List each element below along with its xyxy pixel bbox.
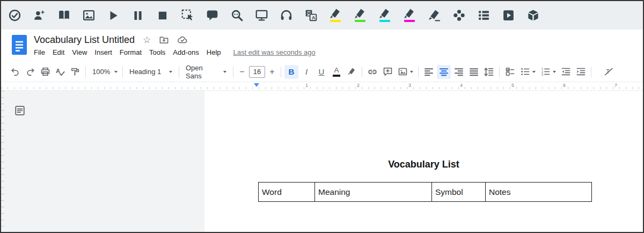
justify-button[interactable] bbox=[467, 65, 481, 79]
document-outline-button[interactable] bbox=[14, 105, 26, 119]
hover-speech-icon[interactable] bbox=[205, 6, 219, 25]
app-window: A Vocabulary List Untitled ☆ File Edit V… bbox=[0, 0, 644, 233]
spellcheck-button[interactable]: A bbox=[53, 65, 67, 79]
text-color-button[interactable]: A bbox=[330, 65, 343, 79]
bulleted-list-icon bbox=[520, 67, 530, 77]
decrease-font-size-button[interactable]: − bbox=[237, 65, 247, 79]
numbered-list-button[interactable]: 123 bbox=[538, 65, 558, 79]
undo-button[interactable] bbox=[8, 65, 22, 79]
clear-formatting-button[interactable]: T bbox=[602, 65, 616, 79]
insert-link-button[interactable] bbox=[365, 65, 379, 79]
document-heading[interactable]: Vocabulary List bbox=[204, 159, 643, 170]
cloud-status-icon[interactable] bbox=[177, 34, 188, 45]
prediction-icon[interactable] bbox=[32, 6, 46, 25]
numbered-list-digit: 3 bbox=[541, 73, 543, 76]
translator-icon[interactable]: A bbox=[304, 6, 318, 25]
ruler[interactable]: 1 2 3 4 5 6 7 bbox=[1, 82, 643, 91]
increase-font-size-button[interactable]: + bbox=[267, 65, 277, 79]
align-right-button[interactable] bbox=[452, 65, 466, 79]
align-left-button[interactable] bbox=[422, 65, 436, 79]
underline-button[interactable]: U bbox=[314, 65, 328, 79]
menu-tools[interactable]: Tools bbox=[145, 47, 169, 57]
paragraph-style-select[interactable]: Heading 1 bbox=[126, 65, 176, 79]
zoom-select[interactable]: 100% bbox=[89, 65, 120, 79]
ruler-number: 7 bbox=[614, 83, 617, 88]
align-left-icon bbox=[424, 67, 434, 77]
indent-marker[interactable] bbox=[254, 83, 259, 87]
menu-addons[interactable]: Add-ons bbox=[169, 47, 202, 57]
highlighter-pink-icon[interactable] bbox=[402, 6, 416, 25]
paint-roller-icon bbox=[70, 67, 80, 77]
ruler-number: 3 bbox=[408, 83, 411, 88]
highlighter-icon bbox=[347, 67, 356, 76]
toolbar-divider bbox=[418, 67, 419, 77]
redo-button[interactable] bbox=[23, 65, 37, 79]
font-size-input[interactable]: 16 bbox=[249, 66, 265, 78]
font-select[interactable]: Open Sans bbox=[182, 65, 230, 79]
table-header-cell[interactable]: Notes bbox=[485, 183, 591, 201]
highlighter-yellow-icon[interactable] bbox=[328, 6, 342, 25]
dictionary-icon[interactable] bbox=[57, 6, 71, 25]
menu-edit[interactable]: Edit bbox=[49, 47, 68, 57]
audio-maker-icon[interactable] bbox=[279, 6, 293, 25]
add-comment-button[interactable] bbox=[380, 65, 394, 79]
menu-help[interactable]: Help bbox=[203, 47, 225, 57]
document-page[interactable]: Vocabulary List Word Meaning Symbol Note… bbox=[204, 91, 643, 232]
print-button[interactable] bbox=[38, 65, 52, 79]
cube-icon[interactable] bbox=[526, 6, 540, 25]
highlight-color-button[interactable] bbox=[345, 65, 358, 79]
move-folder-icon[interactable] bbox=[159, 35, 169, 45]
table-header-cell[interactable]: Symbol bbox=[431, 183, 485, 201]
highlighter-green-icon[interactable] bbox=[353, 6, 367, 25]
web-search-icon[interactable] bbox=[230, 6, 244, 25]
spellcheck-letter: A bbox=[56, 68, 60, 74]
clear-highlights-icon[interactable] bbox=[427, 6, 441, 25]
menu-view[interactable]: View bbox=[68, 47, 91, 57]
checklist-button[interactable] bbox=[503, 65, 517, 79]
ruler-ticks bbox=[1, 87, 643, 89]
paint-format-button[interactable] bbox=[68, 65, 82, 79]
menu-file[interactable]: File bbox=[34, 47, 49, 57]
pause-icon[interactable] bbox=[131, 6, 145, 25]
screenshot-reader-icon[interactable] bbox=[180, 6, 194, 25]
italic-button[interactable]: I bbox=[299, 65, 313, 79]
checklist-icon bbox=[505, 67, 515, 77]
formatting-toolbar: A 100% Heading 1 Open Sans − 16 + B I U … bbox=[1, 62, 643, 82]
document-title-input[interactable]: Vocabulary List Untitled bbox=[34, 34, 135, 46]
line-spacing-icon bbox=[484, 67, 494, 77]
table-header-cell[interactable]: Meaning bbox=[314, 183, 431, 201]
vocabulary-list-icon[interactable] bbox=[477, 6, 491, 25]
star-icon[interactable]: ☆ bbox=[143, 35, 151, 45]
screen-mask-icon[interactable] bbox=[254, 6, 268, 25]
menu-insert[interactable]: Insert bbox=[91, 47, 116, 57]
toolbar-divider bbox=[233, 67, 233, 77]
bulleted-list-button[interactable] bbox=[518, 65, 537, 79]
toolbar-divider bbox=[362, 67, 362, 77]
insert-image-button[interactable] bbox=[396, 65, 415, 79]
chevron-down-icon bbox=[410, 71, 413, 73]
chevron-down-icon bbox=[169, 71, 172, 73]
line-spacing-button[interactable] bbox=[482, 65, 496, 79]
play-icon[interactable] bbox=[106, 6, 120, 25]
menu-format[interactable]: Format bbox=[116, 47, 145, 57]
collect-highlights-icon[interactable] bbox=[452, 6, 466, 25]
picture-dictionary-icon[interactable] bbox=[82, 6, 96, 25]
table-header-cell[interactable]: Word bbox=[259, 183, 314, 201]
ruler-number: 6 bbox=[563, 83, 566, 88]
last-edit-link[interactable]: Last edit was seconds ago bbox=[233, 48, 316, 56]
increase-indent-button[interactable] bbox=[574, 65, 588, 79]
chevron-down-icon bbox=[223, 71, 226, 73]
ruler-number: 1 bbox=[305, 83, 308, 88]
practice-video-icon[interactable] bbox=[501, 6, 515, 25]
highlighter-cyan-icon[interactable] bbox=[378, 6, 392, 25]
check-icon[interactable] bbox=[8, 6, 21, 25]
toolbar-divider bbox=[499, 67, 500, 77]
vertical-ruler bbox=[1, 91, 4, 232]
translator-letter: A bbox=[311, 15, 315, 20]
bold-button[interactable]: B bbox=[284, 65, 298, 79]
decrease-indent-button[interactable] bbox=[559, 65, 573, 79]
green-swatch bbox=[355, 20, 365, 22]
align-center-button[interactable] bbox=[437, 65, 451, 79]
docs-logo-icon[interactable] bbox=[12, 35, 27, 57]
stop-icon[interactable] bbox=[156, 6, 170, 25]
